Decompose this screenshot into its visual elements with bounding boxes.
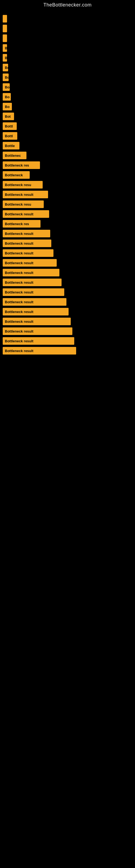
bar-item: Bottleneck result: [3, 230, 50, 237]
bar-item: Bottlenec: [3, 152, 27, 159]
bar-item: Bottleneck result: [3, 191, 48, 198]
bar-row: [3, 14, 135, 24]
bar-row: Bo: [3, 92, 135, 102]
bar-item: Bottleneck resu: [3, 181, 43, 188]
site-title: TheBottlenecker.com: [0, 0, 135, 11]
bar-item: Bottleneck result: [3, 328, 72, 335]
bar-row: Bottleneck res: [3, 160, 135, 170]
bar-item: Bot: [3, 113, 14, 120]
bar-item: Bottl: [3, 122, 17, 130]
bar-item: Bottle: [3, 142, 19, 150]
bar-row: Bottleneck res: [3, 219, 135, 229]
bar-row: Bottleneck result: [3, 278, 135, 287]
bar-item: Bottleneck: [3, 171, 30, 179]
bar-row: Bottlenec: [3, 151, 135, 160]
bar-row: Bo: [3, 102, 135, 112]
bar-row: Bottleneck: [3, 170, 135, 180]
bar-row: Bottleneck resu: [3, 199, 135, 209]
bar-item: [3, 25, 7, 32]
bar-row: Bottleneck result: [3, 229, 135, 239]
bar-item: Bo: [3, 64, 8, 71]
bar-row: Bottl: [3, 131, 135, 141]
bar-item: Bottleneck result: [3, 240, 51, 247]
bar-item: Bottleneck res: [3, 220, 41, 227]
bar-row: Bo: [3, 63, 135, 72]
bar-row: Bot: [3, 112, 135, 121]
bar-row: Bottleneck result: [3, 316, 135, 326]
bar-item: Bottleneck result: [3, 249, 53, 257]
bar-item: Bottleneck result: [3, 210, 49, 218]
bar-item: Bottleneck result: [3, 279, 61, 286]
bar-row: Bottleneck result: [3, 209, 135, 219]
bar-row: Bottleneck result: [3, 248, 135, 258]
bar-item: [3, 15, 7, 23]
bar-row: Bottleneck result: [3, 326, 135, 336]
bar-item: Bottleneck result: [3, 347, 76, 354]
bar-item: Bo: [3, 73, 9, 81]
bar-item: Bottleneck resu: [3, 200, 44, 208]
bar-row: [3, 24, 135, 33]
bar-item: Bottleneck result: [3, 318, 71, 325]
bar-row: Bottl: [3, 121, 135, 131]
bar-row: Bottleneck result: [3, 239, 135, 248]
bar-item: Bottleneck res: [3, 161, 40, 169]
bar-item: Bottleneck result: [3, 288, 64, 296]
bar-item: [3, 34, 7, 42]
bar-item: Bottleneck result: [3, 308, 69, 315]
bar-row: Bottleneck result: [3, 287, 135, 297]
bar-row: Bottleneck result: [3, 268, 135, 278]
bar-item: B: [3, 54, 7, 62]
bar-row: Bottleneck result: [3, 346, 135, 355]
bar-item: Bo: [3, 83, 10, 91]
bar-row: Bottleneck result: [3, 190, 135, 199]
bar-row: Bottleneck result: [3, 336, 135, 346]
bar-row: B: [3, 43, 135, 53]
bar-row: B: [3, 53, 135, 63]
bar-item: Bottleneck result: [3, 269, 59, 276]
bar-item: Bottl: [3, 132, 17, 140]
bar-item: Bottleneck result: [3, 298, 66, 306]
bar-item: Bottleneck result: [3, 259, 57, 267]
bar-item: Bo: [3, 93, 11, 101]
bar-row: Bottleneck resu: [3, 180, 135, 190]
bar-item: Bo: [3, 103, 12, 111]
bar-row: Bottleneck result: [3, 297, 135, 307]
bar-item: Bottleneck result: [3, 337, 74, 345]
bar-row: Bo: [3, 82, 135, 92]
bar-row: [3, 33, 135, 43]
bar-row: Bottleneck result: [3, 258, 135, 268]
bars-container: BBBoBoBoBoBoBotBottlBottlBottleBottlenec…: [0, 11, 135, 355]
bar-row: Bottle: [3, 141, 135, 151]
bar-row: Bo: [3, 72, 135, 82]
bar-item: B: [3, 44, 7, 52]
bar-row: Bottleneck result: [3, 307, 135, 316]
